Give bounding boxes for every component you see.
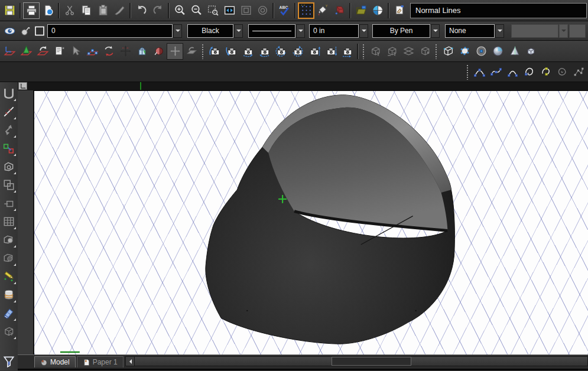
hatch-dropdown-arrow[interactable] [495,24,504,38]
rotate-object-button[interactable] [100,43,117,60]
move-object-button[interactable] [117,43,134,60]
toolbar-drag-handle[interactable] [202,44,204,59]
camera-rotate-ccw-button[interactable] [272,43,289,60]
zoom-in-button[interactable] [171,2,188,19]
zoom-page-button[interactable] [238,2,254,19]
tab-paper-1[interactable]: Paper 1 [77,356,124,367]
cut-button[interactable] [61,2,78,19]
color-combo[interactable]: Black [187,24,243,38]
copy-transform-tool-button[interactable] [1,139,17,157]
shaded-cube-mode-button[interactable] [522,43,539,60]
color-dropdown-arrow[interactable] [234,24,243,38]
color-swatch-button[interactable] [33,22,46,39]
horizontal-scrollbar[interactable] [125,356,588,366]
vertices-mode-button[interactable] [456,43,473,60]
print-preview-button[interactable] [40,2,56,19]
line-pattern-dropdown-arrow[interactable] [296,24,305,38]
format-brush-button[interactable] [111,2,128,19]
camera-orbit-down-button[interactable] [223,43,239,60]
paste-button[interactable] [95,2,111,19]
hatch-combo[interactable]: None [445,24,504,38]
mirror-solid-button[interactable] [150,43,167,60]
scrollbar-thumb[interactable] [332,357,411,366]
line-width-dropdown-arrow[interactable] [359,24,368,38]
layer-dropdown-arrow[interactable] [173,24,182,38]
selection-filter-button[interactable] [1,352,17,370]
toolbar-drag-handle[interactable] [362,44,365,59]
open-folder-button[interactable] [353,2,369,19]
shaded-sphere-mode-button[interactable] [489,43,506,60]
zoom-full-button[interactable] [254,2,271,19]
redo-button[interactable] [150,2,166,19]
wireframe-mode-button[interactable] [440,43,456,60]
bezier-tool-button[interactable] [504,64,521,80]
scroll-left-button[interactable] [126,357,135,366]
render-shape-tool-button[interactable] [1,230,17,249]
workplane-cone-button[interactable] [18,43,34,60]
eraser-tool-button[interactable] [1,304,17,322]
snap-mode-button[interactable] [331,2,347,19]
grid-toggle-button[interactable] [298,2,314,19]
workplane-axes-button[interactable] [1,43,18,60]
undo-button[interactable] [133,2,150,19]
shape-object-tool-button[interactable] [1,157,17,175]
drawing-viewport[interactable] [33,90,588,354]
fill-bucket-button[interactable]: Yx [314,2,331,19]
pen-style-button[interactable] [18,22,32,39]
u-profile-tool-button[interactable] [1,84,17,102]
camera-orbit-up-button[interactable] [206,43,223,60]
insert-object-tool-button[interactable] [1,194,17,212]
print-button[interactable] [23,2,40,19]
camera-pan-up-button[interactable] [306,43,322,60]
solids-pair-tool-button[interactable] [1,322,17,340]
workplane-sheet-button[interactable] [51,43,67,60]
layer-combo[interactable]: 0 [47,24,182,38]
curve-by-nodes-tool-button[interactable] [537,64,554,80]
spell-check-button[interactable]: ABC [276,2,293,19]
edit-nodes-button[interactable] [84,43,100,60]
shaded-cone-mode-button[interactable] [506,43,522,60]
solid-intersect-button[interactable] [417,43,433,60]
select-arrows-tool-button[interactable] [1,121,17,139]
pan-mode-button[interactable] [167,43,183,60]
rotate-workplane-button[interactable] [34,43,51,60]
hidden-line-mode-button[interactable] [473,43,489,60]
pattern-dropdown-arrow[interactable] [431,24,440,38]
toolbar-drag-handle[interactable] [466,64,469,80]
toolbar-drag-handle[interactable] [435,44,438,59]
solid-union-button[interactable] [367,43,384,60]
render-sphere-tool-button[interactable] [1,249,17,267]
copy-button[interactable] [78,2,95,19]
line-tool-button[interactable] [1,102,17,121]
line-style-dropdown[interactable]: Normal Lines [410,3,587,18]
closed-spline-tool-button[interactable] [554,64,570,80]
zoom-window-button[interactable] [204,2,221,19]
group-rectangles-tool-button[interactable] [1,175,17,194]
edit-curve-nodes-tool-button[interactable] [570,64,587,80]
closed-curve-tool-button[interactable] [521,64,537,80]
spline-tool-button[interactable] [488,64,504,80]
zoom-out-button[interactable] [188,2,204,19]
solid-subtract-button[interactable] [384,43,400,60]
pattern-combo[interactable]: By Pen [372,24,440,38]
view-3d-button[interactable] [369,2,386,19]
select-by-pointing-button[interactable] [391,2,408,19]
layer-stack-tool-button[interactable] [1,285,17,304]
camera-orbit-right-button[interactable] [239,43,256,60]
snap-pencil-tool-button[interactable] [1,267,17,285]
camera-pan-down-button[interactable] [322,43,339,60]
extrude-solid-button[interactable] [134,43,150,60]
tab-model[interactable]: Model [34,356,76,367]
visibility-button[interactable] [2,22,17,39]
line-pattern-combo[interactable] [248,24,305,38]
axis-origin-button[interactable] [18,82,27,90]
camera-rotate-cw-button[interactable] [289,43,306,60]
camera-orbit-left-button[interactable] [256,43,272,60]
camera-pan-right-button[interactable] [339,43,355,60]
zoom-fit-button[interactable] [221,2,238,19]
line-width-combo[interactable]: 0 in [309,24,368,38]
solid-slice-button[interactable] [400,43,417,60]
sweep-tool-button[interactable] [183,43,200,60]
table-tool-button[interactable] [1,212,17,230]
save-button[interactable] [1,2,18,19]
